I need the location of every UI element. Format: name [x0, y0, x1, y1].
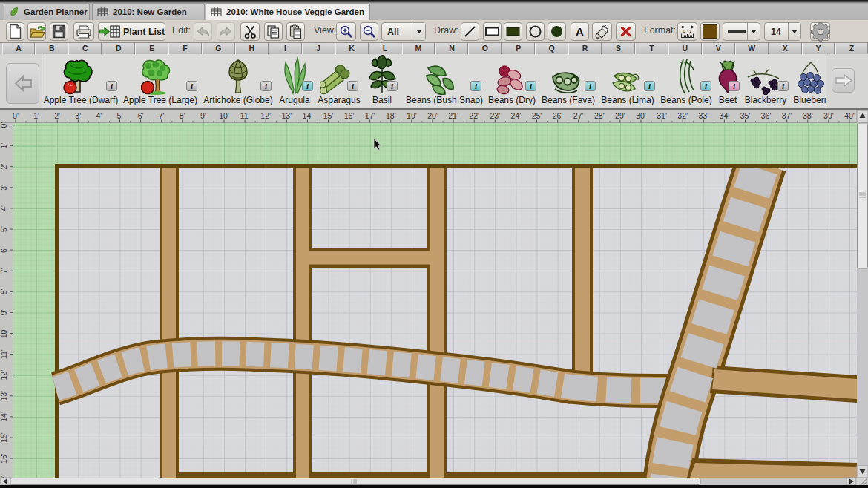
- svg-text:25': 25': [532, 111, 542, 120]
- svg-text:1': 1': [0, 143, 8, 149]
- svg-text:34': 34': [720, 111, 730, 120]
- svg-text:10': 10': [0, 329, 8, 339]
- svg-text:7': 7': [159, 111, 165, 120]
- svg-text:11': 11': [0, 349, 8, 359]
- svg-text:1: 1: [689, 29, 692, 33]
- svg-text:4': 4': [0, 205, 8, 211]
- svg-text:13': 13': [281, 111, 292, 120]
- svg-text:36': 36': [761, 111, 772, 120]
- svg-text:27': 27': [573, 111, 584, 120]
- svg-text:12': 12': [0, 370, 8, 380]
- svg-text:21': 21': [448, 111, 458, 120]
- svg-text:26': 26': [553, 111, 563, 120]
- svg-text:10': 10': [219, 111, 229, 120]
- svg-text:17': 17': [365, 111, 375, 120]
- svg-text:18': 18': [386, 111, 396, 120]
- svg-text:15': 15': [0, 432, 8, 443]
- svg-text:39': 39': [823, 111, 834, 120]
- svg-text:0': 0': [0, 122, 8, 128]
- svg-text:11': 11': [240, 111, 250, 120]
- svg-text:38': 38': [803, 111, 813, 120]
- svg-text:24': 24': [511, 111, 522, 120]
- svg-text:6': 6': [138, 111, 144, 120]
- svg-text:22': 22': [469, 111, 479, 120]
- svg-text:12': 12': [260, 111, 271, 120]
- svg-text:13': 13': [0, 391, 8, 401]
- svg-text:35': 35': [740, 111, 751, 120]
- svg-text:40': 40': [844, 111, 855, 120]
- svg-text:15': 15': [323, 111, 334, 120]
- svg-text:16': 16': [0, 453, 8, 464]
- svg-text:32': 32': [677, 111, 688, 120]
- svg-text:37': 37': [782, 111, 792, 120]
- svg-text:1': 1': [33, 111, 39, 120]
- svg-text:0': 0': [13, 111, 19, 120]
- svg-text:8': 8': [180, 111, 185, 120]
- svg-text:4': 4': [96, 111, 102, 120]
- svg-text:33': 33': [698, 111, 708, 120]
- svg-text:30': 30': [636, 111, 646, 120]
- svg-text:20': 20': [427, 111, 438, 120]
- svg-text:3': 3': [75, 111, 81, 120]
- svg-text:14': 14': [0, 412, 8, 422]
- svg-text:2': 2': [54, 111, 60, 120]
- svg-text:19': 19': [407, 111, 417, 120]
- svg-text:0: 0: [683, 29, 686, 33]
- svg-text:23': 23': [490, 111, 500, 120]
- svg-text:2': 2': [0, 164, 8, 170]
- svg-text:29': 29': [615, 111, 625, 120]
- svg-text:5': 5': [117, 111, 123, 120]
- svg-text:3': 3': [0, 185, 8, 191]
- svg-text:9': 9': [0, 309, 8, 315]
- svg-text:A: A: [576, 25, 584, 38]
- svg-text:14': 14': [303, 111, 313, 120]
- svg-text:9': 9': [200, 111, 206, 120]
- svg-text:16': 16': [344, 111, 355, 120]
- svg-text:5': 5': [0, 226, 8, 232]
- svg-text:7': 7': [0, 268, 8, 274]
- svg-text:31': 31': [657, 111, 667, 120]
- svg-text:8': 8': [0, 288, 8, 294]
- svg-text:28': 28': [594, 111, 605, 120]
- svg-text:6': 6': [0, 247, 8, 253]
